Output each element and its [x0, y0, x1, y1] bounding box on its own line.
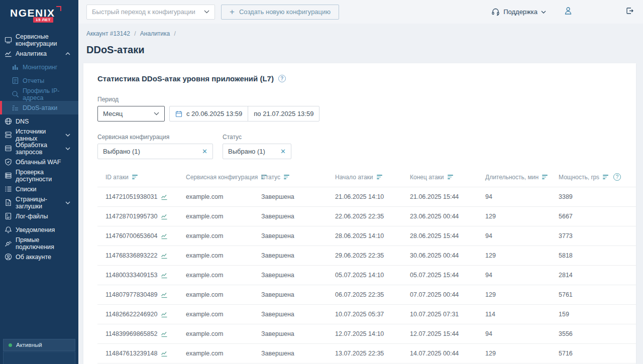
- sidebar-item-ip-profile[interactable]: Профиль IP-адреса: [0, 87, 78, 101]
- sidebar-item-label: Проверка доступности: [16, 169, 78, 183]
- attack-chart-icon[interactable]: [161, 194, 168, 200]
- sidebar-item-availability-check[interactable]: Проверка доступности: [0, 169, 78, 182]
- attack-chart-icon[interactable]: [161, 233, 168, 239]
- sidebar-item-label: Сервисные конфигурации: [16, 33, 78, 47]
- filter-icon[interactable]: [132, 175, 138, 179]
- sidebar-item-monitoring[interactable]: Мониторинг: [0, 60, 78, 74]
- server-stack-icon: [5, 172, 12, 179]
- user-account-button[interactable]: [564, 7, 572, 17]
- support-menu[interactable]: Поддержка: [491, 8, 546, 16]
- cell-id-text: 114847613239148: [105, 350, 157, 357]
- attacks-table: ID атаки Сервисная конфигурация Статус Н…: [97, 170, 636, 364]
- report-document-icon: [12, 77, 19, 84]
- sidebar-item-data-sources[interactable]: Источники данных: [0, 128, 78, 142]
- sidebar-item-label: DDoS-атаки: [23, 104, 57, 111]
- cell-start: 06.07.2025 22:35: [327, 285, 402, 305]
- filter-icon[interactable]: [542, 175, 548, 179]
- cell-status: Завершена: [253, 187, 327, 207]
- sidebar-item-reports[interactable]: Отчеты: [0, 74, 78, 87]
- attack-chart-icon[interactable]: [161, 253, 168, 259]
- sidebar-item-stub-pages[interactable]: Страницы-заглушки: [0, 196, 78, 209]
- sidebar-item-cloud-waf[interactable]: Облачный WAF: [0, 155, 78, 169]
- clear-icon[interactable]: ✕: [280, 148, 286, 155]
- status-filter-label: Статус: [223, 134, 291, 141]
- table-row: 114839969865852 example.com Завершена 12…: [97, 324, 636, 344]
- sidebar-item-lists[interactable]: Списки: [0, 182, 78, 196]
- sidebar-item-label: Обработка запросов: [16, 142, 65, 156]
- sidebar-item-dns[interactable]: DNS: [0, 114, 78, 128]
- config-filter-select[interactable]: Выбрано (1) ✕: [97, 144, 213, 159]
- breadcrumb-account-link[interactable]: Аккаунт #13142: [86, 30, 130, 37]
- date-from-field[interactable]: с 20.06.2025 13:59: [170, 106, 248, 121]
- filter-icon[interactable]: [377, 175, 382, 179]
- sidebar-item-log-files[interactable]: Лог-файлы: [0, 209, 78, 223]
- logout-button[interactable]: [625, 7, 634, 17]
- create-config-button[interactable]: + Создать новую конфигурацию: [221, 5, 339, 20]
- sidebar-item-analytics[interactable]: Аналитика: [0, 47, 78, 60]
- power-help-icon[interactable]: ?: [613, 173, 621, 181]
- cell-start: 12.07.2025 14:10: [327, 324, 402, 344]
- cell-end: 05.07.2025 15:44: [402, 266, 477, 285]
- cell-config: example.com: [178, 187, 253, 207]
- breadcrumb-analytics-link[interactable]: Аналитика: [140, 30, 170, 37]
- period-select[interactable]: Месяц: [97, 106, 165, 122]
- attack-chart-icon[interactable]: [161, 292, 168, 298]
- ngenix-logo[interactable]: NGENIX 15 ЛЕТ: [0, 0, 78, 22]
- section-help-icon[interactable]: ?: [278, 75, 286, 82]
- cell-id-text: 114807977830489: [105, 291, 157, 298]
- sidebar: NGENIX 15 ЛЕТ Сервисные конфигурации Ана…: [0, 0, 78, 364]
- filter-icon[interactable]: [448, 175, 453, 179]
- cell-end: 21.06.2025 15:44: [402, 187, 477, 207]
- sidebar-item-ddos-attacks[interactable]: DDoS-атаки: [0, 101, 78, 114]
- cell-id-text: 114728701995730: [105, 213, 157, 220]
- date-to-value: по 21.07.2025 13:59: [254, 110, 313, 117]
- sidebar-item-label: Облачный WAF: [16, 159, 61, 166]
- service-config-icon: [5, 36, 12, 44]
- sidebar-item-label: Прямые подключения: [16, 236, 78, 251]
- sidebar-item-service-configs[interactable]: Сервисные конфигурации: [0, 33, 78, 47]
- cell-config: example.com: [178, 305, 253, 324]
- sidebar-item-notifications[interactable]: Уведомления: [0, 223, 78, 236]
- sidebar-item-label: Лог-файлы: [16, 213, 48, 220]
- chevron-down-icon: [154, 112, 159, 115]
- topbar-right: Поддержка: [491, 7, 634, 17]
- sidebar-item-about-account[interactable]: Об аккаунте: [0, 250, 78, 264]
- cell-status: Завершена: [253, 246, 327, 266]
- cell-config: example.com: [178, 344, 253, 363]
- account-status-selector[interactable]: Активный: [3, 339, 75, 351]
- sidebar-item-direct-connections[interactable]: Прямые подключения: [0, 236, 78, 250]
- attack-chart-icon[interactable]: [161, 272, 168, 279]
- cell-config: example.com: [178, 246, 253, 266]
- attack-chart-icon[interactable]: [161, 311, 168, 318]
- account-status-label: Активный: [16, 342, 42, 348]
- sidebar-item-label: Аналитика: [16, 50, 47, 57]
- cell-id-text: 114839969865852: [105, 330, 157, 337]
- filter-icon[interactable]: [603, 175, 608, 179]
- col-header-config: Сервисная конфигурация: [178, 170, 253, 187]
- attacks-table-head: ID атаки Сервисная конфигурация Статус Н…: [97, 170, 636, 187]
- col-header-duration: Длительность, мин: [477, 170, 551, 187]
- quick-config-select[interactable]: Быстрый переход к конфигурации: [86, 5, 215, 20]
- attack-chart-icon[interactable]: [161, 331, 168, 337]
- sidebar-item-request-processing[interactable]: Обработка запросов: [0, 142, 78, 155]
- cell-power: 5667: [551, 207, 636, 226]
- filter-icon[interactable]: [284, 175, 289, 179]
- globe-icon: [5, 117, 12, 125]
- topbar: Быстрый переход к конфигурации + Создать…: [78, 0, 643, 24]
- chevron-down-icon: [65, 134, 70, 137]
- sidebar-nav: Сервисные конфигурации Аналитика Монитор…: [0, 33, 78, 264]
- table-row: 114807977830489 example.com Завершена 06…: [97, 285, 636, 305]
- filters-row: Сервисная конфигурация Выбрано (1) ✕ Ста…: [97, 134, 636, 159]
- cell-status: Завершена: [253, 324, 327, 344]
- cell-id-text: 114826622246920: [105, 311, 157, 318]
- table-row: 114800333409153 example.com Завершена 05…: [97, 266, 636, 285]
- cell-status: Завершена: [253, 226, 327, 246]
- section-title: Статистика DDoS-атак уровня приложений (…: [97, 74, 274, 83]
- sidebar-item-label: Уведомления: [16, 226, 55, 233]
- clear-icon[interactable]: ✕: [202, 148, 207, 155]
- attack-chart-icon[interactable]: [161, 350, 168, 357]
- status-filter-select[interactable]: Выбрано (1) ✕: [223, 144, 291, 159]
- date-to-field[interactable]: по 21.07.2025 13:59: [248, 106, 319, 121]
- attack-chart-icon[interactable]: [161, 213, 168, 220]
- cell-id-text: 114721051938031: [105, 193, 157, 200]
